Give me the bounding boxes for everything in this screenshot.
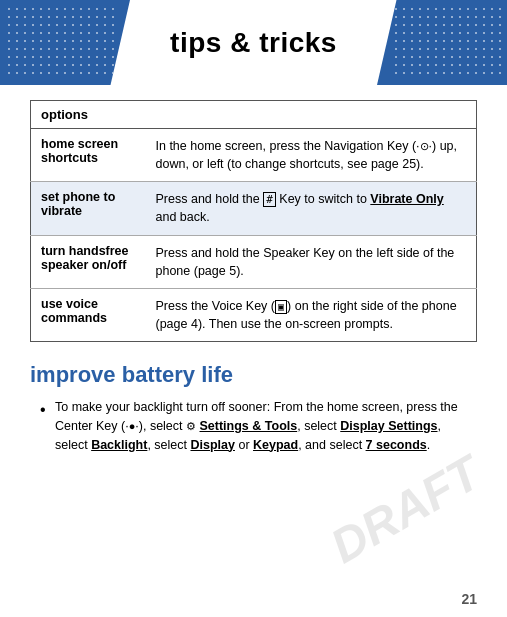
table-row: use voice commands Press the Voice Key (… bbox=[31, 288, 477, 341]
table-row: set phone to vibrate Press and hold the … bbox=[31, 182, 477, 235]
page-title: tips & tricks bbox=[170, 27, 337, 59]
page-number: 21 bbox=[461, 591, 477, 607]
header: tips & tricks bbox=[0, 0, 507, 85]
table-row: home screen shortcuts In the home screen… bbox=[31, 129, 477, 182]
row-desc: In the home screen, press the Navigation… bbox=[146, 129, 477, 182]
header-bg-left bbox=[0, 0, 130, 85]
dot-pattern-right bbox=[392, 5, 502, 80]
table-row: turn handsfree speaker on/off Press and … bbox=[31, 235, 477, 288]
options-table: options home screen shortcuts In the hom… bbox=[30, 100, 477, 342]
list-item: To make your backlight turn off sooner: … bbox=[40, 398, 477, 454]
section-title: improve battery life bbox=[30, 362, 477, 388]
row-desc: Press and hold the Speaker Key on the le… bbox=[146, 235, 477, 288]
row-desc: Press the Voice Key (▣) on the right sid… bbox=[146, 288, 477, 341]
table-header: options bbox=[31, 101, 477, 129]
row-label: use voice commands bbox=[31, 288, 146, 341]
header-bg-right bbox=[377, 0, 507, 85]
row-label: home screen shortcuts bbox=[31, 129, 146, 182]
bullet-list: To make your backlight turn off sooner: … bbox=[30, 398, 477, 454]
dot-pattern-left bbox=[5, 5, 115, 80]
row-label: turn handsfree speaker on/off bbox=[31, 235, 146, 288]
row-label: set phone to vibrate bbox=[31, 182, 146, 235]
row-desc: Press and hold the # Key to switch to Vi… bbox=[146, 182, 477, 235]
main-content: options home screen shortcuts In the hom… bbox=[0, 85, 507, 469]
